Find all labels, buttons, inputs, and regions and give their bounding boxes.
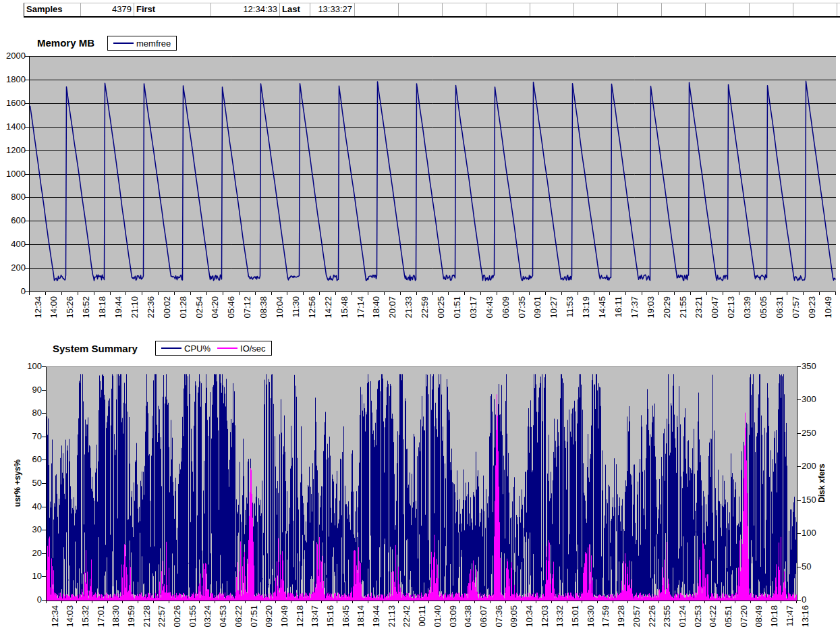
first-value-cell: 12:34:33	[211, 3, 280, 16]
memory-x-tick-label: 17:14	[356, 296, 365, 326]
memory-x-tick	[174, 292, 175, 295]
memory-y-tick-label: 200	[0, 262, 26, 273]
system-x-tick-label: 10:49	[280, 605, 289, 635]
system-left-tick-label: 20	[13, 548, 42, 558]
system-left-tick-label: 60	[13, 454, 42, 464]
system-x-tick-label: 12:18	[296, 605, 304, 635]
memory-y-tick	[25, 268, 29, 269]
system-x-tick	[428, 601, 429, 603]
memory-x-tick-label: 08:38	[259, 296, 268, 326]
memory-x-tick-label: 02:54	[195, 296, 204, 326]
system-x-tick-label: 15:01	[571, 605, 580, 635]
memory-y-tick	[25, 80, 29, 80]
memory-x-tick	[400, 292, 401, 295]
system-x-tick	[61, 601, 62, 603]
system-x-tick	[76, 601, 77, 603]
system-x-tick	[199, 601, 200, 603]
system-x-tick	[92, 601, 92, 603]
io-legend-label: IO/sec	[240, 344, 266, 353]
system-x-tick-label: 01:24	[678, 605, 687, 635]
system-right-tick	[797, 600, 801, 601]
memory-x-tick	[368, 292, 368, 295]
memory-x-tick	[529, 292, 530, 295]
system-x-tick-label: 15:32	[81, 605, 90, 635]
system-left-tick-label: 100	[13, 361, 42, 371]
empty-cell	[399, 3, 443, 16]
memory-y-tick-label: 0	[0, 286, 26, 296]
empty-cell	[355, 3, 399, 16]
system-x-tick-label: 16:45	[341, 605, 350, 635]
memory-x-tick-label: 10:49	[824, 296, 833, 326]
system-left-tick	[42, 413, 46, 414]
system-x-tick-label: 19:28	[617, 605, 625, 635]
system-x-tick-label: 03:09	[449, 605, 457, 635]
system-x-tick-label: 22:42	[402, 605, 411, 635]
samples-value-cell: 4379	[81, 3, 134, 16]
cpu-legend-line-icon	[161, 348, 181, 349]
memory-x-tick	[45, 292, 46, 295]
system-x-tick	[735, 601, 735, 603]
system-right-tick-label: 50	[802, 561, 830, 572]
memory-y-tick-label: 1600	[0, 98, 26, 108]
empty-cell	[662, 3, 706, 16]
memory-x-tick-label: 11:53	[565, 296, 574, 326]
system-x-tick	[781, 601, 781, 603]
system-x-tick-label: 08:49	[754, 605, 763, 635]
system-left-tick-label: 10	[13, 571, 42, 581]
system-right-tick-label: 0	[802, 594, 830, 605]
memory-x-tick-label: 17:37	[630, 296, 639, 326]
system-x-tick-label: 07:51	[250, 605, 258, 635]
system-x-tick	[720, 601, 721, 603]
system-x-tick	[582, 601, 582, 603]
last-value-cell: 13:33:27	[310, 3, 355, 16]
system-x-tick-label: 07:20	[739, 605, 748, 635]
memory-x-tick-label: 11:30	[291, 296, 300, 326]
memory-x-tick-label: 05:46	[227, 296, 235, 326]
system-x-tick-label: 17:01	[96, 605, 105, 635]
memory-x-tick	[158, 292, 159, 295]
memory-x-tick-label: 05:05	[759, 296, 768, 326]
cpu-legend-entry: CPU%	[161, 344, 211, 353]
memory-x-tick-label: 21:10	[130, 296, 139, 326]
system-left-tick	[42, 576, 46, 577]
system-x-tick-label: 19:59	[127, 605, 136, 635]
system-x-tick	[704, 601, 705, 603]
empty-cell	[750, 3, 793, 16]
memory-x-tick	[480, 292, 481, 295]
system-x-tick	[689, 601, 690, 603]
system-right-tick	[797, 433, 801, 434]
system-x-tick	[383, 601, 383, 603]
system-x-tick-label: 06:22	[234, 605, 243, 635]
memory-x-tick	[319, 292, 320, 295]
system-x-tick	[627, 601, 628, 603]
memory-x-tick-label: 04:43	[485, 296, 494, 326]
memory-x-tick-label: 01:51	[453, 296, 461, 326]
memory-x-tick-label: 03:17	[469, 296, 478, 326]
system-left-tick-label: 40	[13, 501, 42, 511]
memory-x-tick	[287, 292, 287, 295]
memory-x-tick	[335, 292, 336, 295]
memory-y-tick-label: 1000	[0, 169, 26, 179]
memory-x-tick	[674, 292, 675, 295]
memory-chart-title: Memory MB	[37, 37, 94, 49]
system-x-tick-label: 16:30	[586, 605, 595, 635]
system-left-tick	[42, 390, 46, 391]
system-left-tick	[42, 507, 46, 507]
system-x-tick-label: 09:05	[509, 605, 518, 635]
system-x-tick-label: 18:14	[356, 605, 365, 635]
memory-x-tick	[755, 292, 756, 295]
system-x-tick	[184, 601, 184, 603]
memory-x-tick-label: 22:59	[420, 296, 429, 326]
system-x-tick-label: 10:34	[525, 605, 534, 635]
memory-x-tick-label: 02:13	[727, 296, 735, 326]
system-right-tick-label: 350	[802, 361, 830, 371]
system-right-tick	[797, 366, 801, 367]
memory-x-tick-label: 14:22	[324, 296, 333, 326]
system-x-tick	[153, 601, 154, 603]
memory-y-tick-label: 2000	[0, 51, 26, 61]
memory-x-tick-label: 04:20	[211, 296, 219, 326]
system-x-tick-label: 00:26	[173, 605, 181, 635]
memory-x-tick	[594, 292, 594, 295]
memory-x-tick	[223, 292, 223, 295]
system-x-tick	[597, 601, 598, 603]
